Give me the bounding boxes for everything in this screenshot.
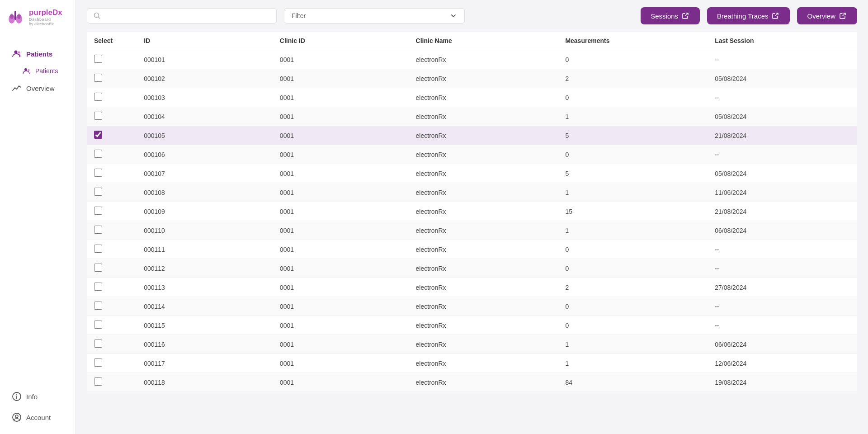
external-link-icon (682, 12, 690, 20)
col-header-id: ID (137, 32, 273, 50)
cell-clinic-id: 0001 (273, 183, 409, 202)
row-checkbox[interactable] (94, 340, 102, 348)
patients-table: Select ID Clinic ID Clinic Name Measurem… (87, 32, 857, 392)
cell-last-session: -- (708, 259, 857, 278)
row-checkbox[interactable] (94, 226, 102, 234)
sidebar-item-overview[interactable]: Overview (4, 79, 72, 98)
chevron-down-icon (450, 12, 457, 19)
cell-clinic-id: 0001 (273, 69, 409, 88)
breathing-traces-button[interactable]: Breathing Traces (707, 7, 790, 24)
row-checkbox[interactable] (94, 74, 102, 82)
row-checkbox[interactable] (94, 150, 102, 158)
cell-clinic-name: electronRx (409, 240, 558, 259)
row-checkbox[interactable] (94, 112, 102, 120)
cell-last-session: 05/08/2024 (708, 69, 857, 88)
cell-clinic-id: 0001 (273, 278, 409, 297)
search-box[interactable] (87, 8, 277, 24)
row-checkbox[interactable] (94, 245, 102, 253)
svg-point-13 (15, 415, 18, 418)
sidebar-item-info[interactable]: Info (4, 387, 72, 406)
cell-id: 000103 (137, 88, 273, 107)
cell-id: 000111 (137, 240, 273, 259)
row-checkbox[interactable] (94, 377, 102, 386)
cell-last-session: 21/08/2024 (708, 202, 857, 221)
logo-purple: purple (29, 8, 52, 17)
logo-brand: purpleDx (29, 8, 62, 17)
cell-measurements: 5 (558, 126, 708, 145)
patients-icon (12, 49, 22, 59)
sessions-label: Sessions (651, 12, 678, 20)
sessions-button[interactable]: Sessions (641, 7, 700, 24)
cell-last-session: -- (708, 50, 857, 69)
row-checkbox[interactable] (94, 359, 102, 367)
filter-label: Filter (292, 12, 446, 19)
cell-id: 000102 (137, 69, 273, 88)
row-checkbox[interactable] (94, 131, 102, 139)
cell-clinic-id: 0001 (273, 126, 409, 145)
cell-clinic-name: electronRx (409, 335, 558, 354)
table-row: 0001160001electronRx106/06/2024 (87, 335, 857, 354)
cell-clinic-name: electronRx (409, 373, 558, 392)
row-checkbox[interactable] (94, 188, 102, 196)
cell-last-session: 05/08/2024 (708, 164, 857, 183)
cell-last-session: 05/08/2024 (708, 107, 857, 126)
row-checkbox[interactable] (94, 321, 102, 329)
cell-last-session: -- (708, 240, 857, 259)
logo: purpleDx Dashboard by electronRx (0, 0, 75, 33)
cell-last-session: 19/08/2024 (708, 373, 857, 392)
cell-clinic-id: 0001 (273, 316, 409, 335)
row-checkbox[interactable] (94, 93, 102, 101)
table-body: 0001010001electronRx0--0001020001electro… (87, 50, 857, 392)
sidebar-item-account[interactable]: Account (4, 408, 72, 427)
svg-point-3 (10, 14, 14, 19)
cell-last-session: 21/08/2024 (708, 126, 857, 145)
table-row: 0001070001electronRx505/08/2024 (87, 164, 857, 183)
col-header-measurements: Measurements (558, 32, 708, 50)
svg-line-17 (775, 13, 778, 16)
cell-clinic-name: electronRx (409, 316, 558, 335)
cell-clinic-name: electronRx (409, 88, 558, 107)
table-row: 0001140001electronRx0-- (87, 297, 857, 316)
cell-clinic-id: 0001 (273, 202, 409, 221)
cell-clinic-id: 0001 (273, 221, 409, 240)
logo-icon (5, 7, 25, 27)
cell-id: 000104 (137, 107, 273, 126)
cell-clinic-name: electronRx (409, 354, 558, 373)
search-input[interactable] (104, 12, 270, 19)
row-checkbox[interactable] (94, 283, 102, 291)
cell-last-session: 11/06/2024 (708, 183, 857, 202)
svg-point-8 (28, 69, 30, 71)
table-row: 0001130001electronRx227/08/2024 (87, 278, 857, 297)
row-checkbox[interactable] (94, 302, 102, 310)
external-link-icon-2 (772, 12, 780, 20)
cell-id: 000110 (137, 221, 273, 240)
cell-clinic-name: electronRx (409, 107, 558, 126)
overview-button[interactable]: Overview (797, 7, 857, 24)
cell-clinic-name: electronRx (409, 50, 558, 69)
cell-measurements: 0 (558, 145, 708, 164)
cell-id: 000105 (137, 126, 273, 145)
cell-clinic-id: 0001 (273, 297, 409, 316)
cell-id: 000101 (137, 50, 273, 69)
row-checkbox[interactable] (94, 264, 102, 272)
table-row: 0001090001electronRx1521/08/2024 (87, 202, 857, 221)
sidebar-item-patients[interactable]: Patients (4, 44, 72, 63)
row-checkbox[interactable] (94, 207, 102, 215)
cell-id: 000112 (137, 259, 273, 278)
row-checkbox[interactable] (94, 55, 102, 63)
cell-measurements: 15 (558, 202, 708, 221)
cell-clinic-name: electronRx (409, 259, 558, 278)
cell-last-session: 06/08/2024 (708, 221, 857, 240)
table-row: 0001110001electronRx0-- (87, 240, 857, 259)
sidebar-subitem-patients[interactable]: Patients (0, 64, 75, 78)
filter-dropdown[interactable]: Filter (284, 8, 465, 24)
cell-last-session: -- (708, 316, 857, 335)
cell-last-session: -- (708, 145, 857, 164)
cell-measurements: 0 (558, 316, 708, 335)
patients-table-container: Select ID Clinic ID Clinic Name Measurem… (76, 32, 868, 434)
logo-dashboard: Dashboard (29, 17, 62, 22)
cell-measurements: 2 (558, 69, 708, 88)
cell-clinic-name: electronRx (409, 69, 558, 88)
svg-point-11 (16, 394, 17, 395)
row-checkbox[interactable] (94, 169, 102, 177)
